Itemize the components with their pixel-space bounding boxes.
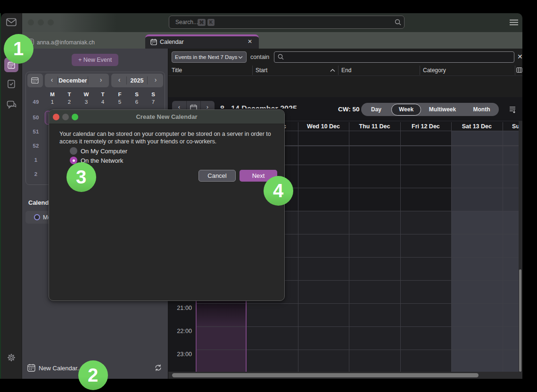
minical-month-sep2: [88, 76, 88, 84]
date-range-title: 8 - 14 December 2025: [220, 105, 297, 108]
traffic-light-minimize[interactable]: [38, 19, 44, 25]
day-column-offhours: [349, 131, 400, 211]
events-column-separator: [338, 66, 339, 75]
minical-day[interactable]: 1: [46, 99, 59, 105]
horizontal-scrollbar-thumb[interactable]: [172, 373, 479, 377]
today-column-dusk: [196, 303, 247, 326]
calendar-tab-close-icon[interactable]: ✕: [248, 38, 252, 45]
minical-year-sep2: [147, 76, 148, 84]
minical-week-number: 1: [28, 157, 43, 163]
chevron-down-icon: [238, 56, 243, 59]
vertical-scrollbar-thumb[interactable]: [519, 269, 521, 372]
tasks-space-icon[interactable]: [7, 79, 16, 88]
day-header-label: Wed 10 Dec: [298, 123, 349, 130]
cancel-button[interactable]: Cancel: [198, 170, 236, 182]
events-column-header[interactable]: Start: [256, 67, 267, 74]
agenda-toggle-icon[interactable]: [509, 106, 516, 113]
day-column-offhours: [503, 131, 519, 211]
minical-week-number: 52: [28, 143, 43, 149]
tab-mail[interactable]: anna.a@infomaniak.ch: [37, 39, 95, 46]
radio-on-my-computer[interactable]: [70, 147, 77, 155]
search-icon: [395, 19, 401, 25]
dialog-body-line2: access it remotely or share it with your…: [59, 138, 216, 145]
settings-gear-icon[interactable]: [7, 353, 16, 362]
day-column-offhours: [451, 131, 502, 211]
traffic-light-zoom[interactable]: [48, 19, 54, 25]
grid-hour-line: [196, 350, 519, 350]
day-column-offhours: [400, 131, 451, 211]
view-pill-multiweek[interactable]: Multiweek: [421, 106, 464, 113]
grid-column-line: [400, 131, 401, 372]
annotation-circle-4: 4: [264, 176, 293, 206]
minical-grid-icon: [31, 77, 39, 84]
minical-week-number: 51: [28, 129, 43, 134]
day-header-gutter-corner: [519, 121, 522, 131]
sync-icon[interactable]: [154, 364, 162, 372]
calendar-tab-icon: [150, 39, 157, 45]
radio-on-the-network-dot: [73, 159, 75, 162]
mail-space-icon[interactable]: [6, 18, 17, 26]
minical-week-number: 49: [28, 99, 43, 105]
events-search-icon: [278, 54, 284, 60]
view-pill-month[interactable]: Month: [461, 106, 503, 113]
annotation-circle-3: 3: [66, 162, 96, 192]
events-column-separator: [420, 66, 420, 75]
day-column-offhours: [298, 131, 349, 211]
traffic-light-close[interactable]: [28, 19, 34, 25]
annotation-circle-1: 1: [4, 34, 33, 64]
minical-dow: T: [96, 92, 109, 97]
minical-dow: S: [130, 92, 143, 97]
minical-day[interactable]: 3: [80, 99, 93, 105]
minical-day[interactable]: 5: [113, 99, 126, 105]
minical-day[interactable]: 7: [147, 99, 160, 105]
day-header-label: Sun 14 Dec: [503, 123, 519, 130]
day-header-label: Sat 13 Dec: [451, 123, 502, 130]
grid-column-line: [298, 131, 298, 372]
global-search-placeholder: Search...: [175, 19, 198, 25]
events-column-separator: [252, 66, 253, 75]
day-header-separator: [451, 122, 452, 131]
app-menu-icon[interactable]: [510, 19, 518, 25]
minical-month-next[interactable]: ›: [96, 76, 106, 83]
grid-column-line: [503, 131, 503, 372]
minical-month-label: December: [58, 77, 88, 84]
minical-dow: S: [147, 92, 160, 97]
day-header-separator: [400, 122, 401, 131]
events-column-header[interactable]: Category: [423, 67, 446, 74]
minical-dow: W: [80, 92, 93, 97]
minical-week-number: 2: [28, 171, 43, 177]
minical-day[interactable]: 6: [130, 99, 143, 105]
day-header-separator: [298, 122, 298, 131]
day-header-separator: [349, 122, 349, 131]
minical-year-label: 2025: [127, 77, 147, 84]
grid-column-line: [349, 131, 349, 372]
chat-space-icon[interactable]: [7, 100, 17, 110]
time-label: 22:00: [168, 328, 192, 334]
minical-dow: F: [113, 92, 126, 97]
dialog-title: Create New Calendar: [49, 113, 284, 120]
day-header-label: Fri 12 Dec: [400, 123, 451, 130]
screen: { "window": {"traffic_lights": ["close",…: [0, 0, 537, 392]
minical-dow: T: [63, 92, 76, 97]
today-column-evening: [196, 326, 247, 372]
minical-year-prev[interactable]: ‹: [115, 76, 124, 83]
filter-close-icon[interactable]: ✕: [517, 53, 523, 60]
annotation-circle-2: 2: [78, 360, 108, 390]
events-column-header[interactable]: End: [341, 67, 351, 74]
new-calendar-button[interactable]: New Calendar....: [39, 365, 84, 372]
minical-month-prev[interactable]: ‹: [47, 76, 57, 83]
shortcut-badge-cmd: ⌘: [198, 19, 206, 26]
calendar-color-ring[interactable]: [34, 214, 40, 220]
minical-day[interactable]: 2: [63, 99, 76, 105]
time-label: 23:00: [168, 351, 192, 358]
new-calendar-icon: [27, 364, 35, 372]
new-event-button[interactable]: + New Event: [72, 54, 118, 66]
minical-day[interactable]: 4: [96, 99, 109, 105]
events-search-input[interactable]: [274, 51, 514, 63]
day-header-separator: [503, 122, 503, 131]
events-column-header[interactable]: Title: [172, 67, 182, 74]
minical-week-number: 50: [28, 115, 43, 120]
minical-dow: M: [46, 92, 59, 97]
column-picker-icon[interactable]: [516, 67, 522, 73]
minical-year-next[interactable]: ›: [151, 76, 160, 83]
